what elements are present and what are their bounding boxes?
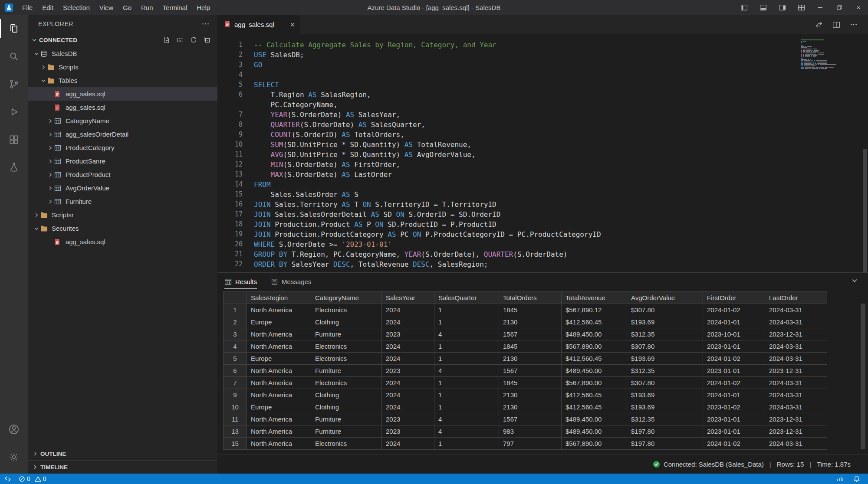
row-number[interactable]: 4 (224, 340, 247, 353)
grid-cell[interactable]: 2023-12-31 (765, 425, 827, 438)
chevron-right-icon[interactable] (46, 185, 54, 191)
grid-cell[interactable]: $567,890.00 (562, 340, 627, 353)
grid-cell[interactable]: 1845 (499, 340, 562, 353)
row-number[interactable]: 9 (224, 389, 247, 401)
grid-cell[interactable]: 2023-01-01 (703, 340, 765, 353)
activity-item-settings[interactable] (0, 443, 28, 471)
grid-cell[interactable]: 2024-03-31 (765, 304, 827, 316)
minimize-button[interactable] (811, 0, 830, 15)
code-line[interactable]: 5SELECT (217, 80, 868, 90)
layout-panel-icon[interactable] (753, 0, 773, 15)
tree-item-productcategory[interactable]: ProductCategory (28, 141, 217, 154)
grid-cell[interactable]: 2023-12-31 (765, 365, 827, 377)
layout-customize-icon[interactable] (792, 0, 811, 15)
grid-cell[interactable]: 2024-01-02 (703, 377, 765, 389)
grid-cell[interactable]: 4 (434, 425, 499, 438)
grid-cell[interactable]: 1845 (499, 304, 562, 316)
code-line[interactable]: 9 COUNT(S.OrderID) AS TotalOrders, (217, 130, 868, 140)
grid-cell[interactable]: $193.69 (627, 401, 703, 413)
tree-item-agg-sales-sql[interactable]: agg_sales.sql (28, 235, 217, 249)
menu-go[interactable]: Go (118, 0, 136, 15)
compare-changes-icon[interactable] (815, 21, 823, 29)
chevron-right-icon[interactable] (32, 212, 40, 218)
code-line[interactable]: 18JOIN Production.Product AS P ON SD.Pro… (217, 219, 868, 229)
code-line[interactable]: 11 AVG(SD.UnitPrice * SD.Quantity) AS Av… (217, 150, 868, 160)
collapse-all-icon[interactable] (204, 36, 210, 43)
code-line[interactable]: 13 MAX(S.OrderDate) AS LastOrder (217, 170, 868, 180)
grid-cell[interactable]: 2024 (382, 438, 434, 450)
grid-cell[interactable]: 2024-03-31 (765, 353, 827, 365)
refresh-icon[interactable] (190, 36, 197, 43)
activity-item-account[interactable] (0, 415, 28, 443)
grid-cell[interactable]: 2023 (382, 328, 434, 340)
grid-cell[interactable]: $412,560.45 (562, 401, 627, 413)
grid-cell[interactable]: North America (247, 340, 311, 353)
row-number[interactable]: 5 (224, 353, 247, 365)
grid-cell[interactable]: North America (247, 389, 311, 401)
editor-scrollbar[interactable] (862, 34, 868, 272)
chevron-down-icon[interactable] (30, 37, 38, 43)
grid-cell[interactable]: 1567 (499, 328, 562, 340)
grid-cell[interactable]: 2130 (499, 353, 562, 365)
grid-cell[interactable]: $412,560.45 (562, 389, 627, 401)
activity-item-explorer[interactable] (0, 15, 28, 43)
grid-cell[interactable]: North America (247, 413, 311, 425)
menu-run[interactable]: Run (136, 0, 158, 15)
grid-cell[interactable]: 2023-01-01 (703, 425, 765, 438)
row-number[interactable]: 13 (224, 425, 247, 438)
chevron-right-icon[interactable] (39, 64, 47, 70)
code-line[interactable]: 7 YEAR(S.OrderDate) AS SalesYear, (217, 110, 868, 120)
code-line[interactable]: 14FROM (217, 180, 868, 190)
code-line[interactable]: 8 QUARTER(S.OrderDate) AS SalesQuarter, (217, 120, 868, 130)
menu-help[interactable]: Help (192, 0, 215, 15)
grid-cell[interactable]: $307.80 (627, 340, 703, 353)
connection-status[interactable]: Connected: SalesDB (Sales_Data) (653, 461, 764, 468)
section-timeline[interactable]: TIMELINE (28, 460, 217, 474)
more-actions-icon[interactable] (850, 21, 858, 29)
grid-cell[interactable]: 2024-03-31 (765, 401, 827, 413)
grid-cell[interactable]: Furniture (311, 425, 382, 438)
activity-item-source-control[interactable] (0, 70, 28, 98)
column-header-totalrevenue[interactable]: TotalRevenue (562, 292, 627, 304)
grid-cell[interactable]: 2024-01-02 (703, 353, 765, 365)
grid-cell[interactable]: $567,890.00 (562, 377, 627, 389)
grid-cell[interactable]: 2130 (499, 401, 562, 413)
row-number[interactable]: 11 (224, 413, 247, 425)
row-number[interactable]: 7 (224, 377, 247, 389)
grid-cell[interactable]: $197.80 (627, 438, 703, 450)
grid-cell[interactable]: North America (247, 365, 311, 377)
grid-cell[interactable]: 2023-01-01 (703, 413, 765, 425)
grid-cell[interactable]: 2024-03-31 (765, 340, 827, 353)
tab-results[interactable]: Results (224, 278, 257, 289)
grid-cell[interactable]: Furniture (311, 413, 382, 425)
grid-cell[interactable]: 2023-01-02 (703, 401, 765, 413)
tab-messages[interactable]: Messages (271, 278, 311, 289)
layout-sidebar-right-icon[interactable] (773, 0, 792, 15)
problems-indicator[interactable]: 0 0 (19, 475, 49, 482)
code-line[interactable]: 21GROUP BY T.Region, PC.CategoryName, YE… (217, 249, 868, 259)
column-header-totalorders[interactable]: TotalOrders (499, 292, 562, 304)
grid-cell[interactable]: Clothing (311, 401, 382, 413)
row-number[interactable]: 2 (224, 316, 247, 328)
grid-cell[interactable]: 2024 (382, 401, 434, 413)
new-folder-icon[interactable] (177, 36, 184, 43)
grid-cell[interactable]: Europe (247, 353, 311, 365)
chevron-down-icon[interactable] (39, 78, 47, 84)
grid-cell[interactable]: Electronics (311, 304, 382, 316)
grid-cell[interactable]: Europe (247, 401, 311, 413)
new-file-icon[interactable] (163, 36, 170, 43)
column-header-firstorder[interactable]: FirstOrder (703, 292, 765, 304)
code-line[interactable]: 4 (217, 70, 868, 80)
row-number[interactable]: 1 (224, 304, 247, 316)
scrollbar-thumb[interactable] (863, 149, 867, 272)
restore-button[interactable] (830, 0, 849, 15)
grid-cell[interactable]: North America (247, 304, 311, 316)
grid-cell[interactable]: 1567 (499, 413, 562, 425)
code-line[interactable]: 12 MIN(S.OrderDate) AS FirstOrder, (217, 160, 868, 170)
activity-item-extensions[interactable] (0, 126, 28, 154)
grid-cell[interactable]: 2024 (382, 389, 434, 401)
grid-cell[interactable]: 4 (434, 365, 499, 377)
grid-cell[interactable]: 2024-01-01 (703, 316, 765, 328)
activity-item-testing[interactable] (0, 154, 28, 181)
close-button[interactable] (849, 0, 868, 15)
